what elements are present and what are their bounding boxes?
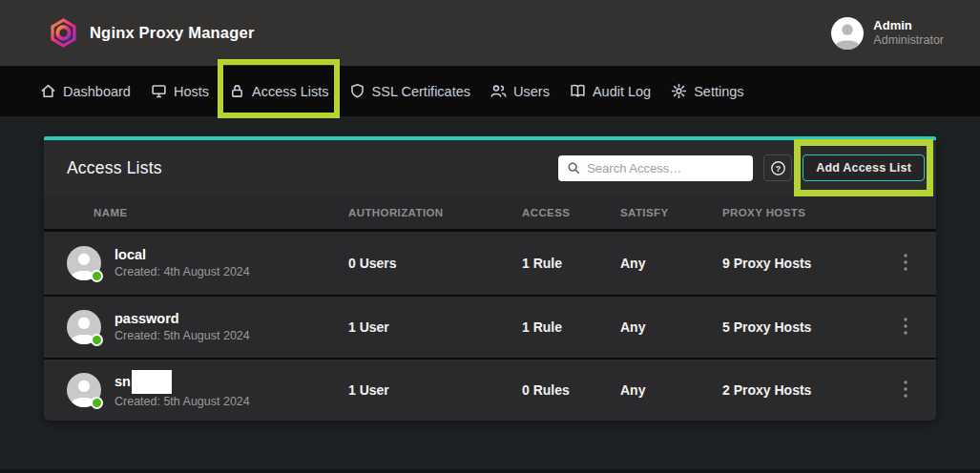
user-avatar [831, 17, 864, 50]
row-avatar [67, 310, 101, 344]
user-menu[interactable]: Admin Administrator [831, 17, 944, 50]
home-icon [40, 83, 56, 99]
access-lists-panel: Access Lists ? Add Access List [44, 136, 936, 421]
bottom-edge [0, 469, 980, 473]
nav-item-audit-log[interactable]: Audit Log [570, 83, 651, 99]
nav-label: Dashboard [63, 84, 131, 99]
status-online-dot [91, 270, 103, 282]
cell-satisfy: Any [620, 319, 722, 335]
question-circle-icon: ? [770, 160, 786, 176]
add-access-list-button[interactable]: Add Access List [803, 154, 925, 181]
row-avatar [67, 246, 101, 280]
row-avatar [67, 373, 101, 407]
cell-satisfy: Any [620, 382, 722, 398]
table-row[interactable]: password Created: 5th August 2024 1 User… [44, 295, 936, 358]
cell-proxy-hosts: 5 Proxy Hosts [722, 319, 875, 335]
book-icon [570, 83, 586, 99]
access-list-created: Created: 5th August 2024 [115, 394, 250, 410]
access-list-name: password [115, 310, 250, 328]
user-name: Admin [873, 18, 944, 33]
table-row[interactable]: local Created: 4th August 2024 0 Users 1… [44, 232, 936, 295]
cell-access: 1 Rule [522, 319, 620, 335]
main-nav: Dashboard Hosts Access Lists SSL Certifi… [0, 66, 980, 116]
nav-item-users[interactable]: Users [490, 83, 550, 99]
kebab-menu-icon [904, 380, 907, 398]
nav-label: Audit Log [593, 84, 651, 99]
svg-text:?: ? [775, 163, 781, 173]
monitor-icon [151, 83, 167, 99]
status-online-dot [91, 397, 103, 409]
shield-icon [349, 83, 365, 99]
nav-label: Hosts [174, 84, 209, 99]
nav-item-dashboard[interactable]: Dashboard [40, 83, 131, 99]
user-role: Administrator [873, 33, 944, 48]
cell-access: 1 Rule [522, 256, 620, 271]
nav-item-hosts[interactable]: Hosts [151, 83, 209, 99]
column-header-authorization: AUTHORIZATION [348, 207, 522, 218]
redaction-box [132, 370, 172, 394]
nav-label: SSL Certificates [372, 84, 470, 99]
cell-authorization: 0 Users [348, 256, 522, 271]
access-list-created: Created: 5th August 2024 [115, 328, 250, 344]
cell-proxy-hosts: 9 Proxy Hosts [722, 256, 875, 271]
kebab-menu-icon [904, 254, 907, 271]
top-header: Nginx Proxy Manager Admin Administrator [0, 0, 980, 66]
status-online-dot [91, 334, 103, 346]
app-logo [50, 17, 77, 49]
lock-icon [229, 83, 245, 99]
nav-item-ssl-certificates[interactable]: SSL Certificates [349, 83, 470, 99]
search-icon [567, 161, 580, 175]
column-header-satisfy: SATISFY [620, 207, 722, 218]
column-header-access: ACCESS [522, 207, 620, 218]
access-list-created: Created: 4th August 2024 [115, 264, 250, 280]
users-icon [490, 83, 507, 99]
search-box [558, 155, 753, 181]
nav-item-settings[interactable]: Settings [671, 83, 743, 99]
cell-access: 0 Rules [522, 382, 620, 398]
table-header: NAME AUTHORIZATION ACCESS SATISFY PROXY … [44, 195, 936, 232]
row-menu-button[interactable] [896, 377, 915, 404]
cell-satisfy: Any [620, 256, 722, 271]
nav-item-access-lists[interactable]: Access Lists [229, 83, 329, 99]
row-menu-button[interactable] [896, 314, 915, 341]
panel-header: Access Lists ? Add Access List [44, 140, 936, 195]
cell-authorization: 1 User [348, 319, 522, 335]
row-menu-button[interactable] [896, 250, 915, 278]
app-window: Nginx Proxy Manager Admin Administrator … [0, 0, 980, 473]
kebab-menu-icon [904, 318, 907, 335]
help-button[interactable]: ? [763, 154, 792, 181]
panel-title: Access Lists [67, 158, 162, 178]
cell-authorization: 1 User [348, 382, 522, 398]
column-header-proxy-hosts: PROXY HOSTS [722, 207, 875, 218]
nav-label: Settings [694, 84, 743, 99]
access-list-name: local [115, 246, 250, 264]
search-input[interactable] [587, 161, 744, 175]
nav-label: Users [513, 84, 550, 99]
app-title: Nginx Proxy Manager [90, 24, 255, 42]
access-list-name: sn [115, 370, 250, 394]
column-header-name: NAME [67, 207, 348, 218]
cell-proxy-hosts: 2 Proxy Hosts [722, 382, 875, 398]
table-row[interactable]: sn Created: 5th August 2024 1 User 0 Rul… [44, 358, 936, 421]
nav-label: Access Lists [252, 84, 329, 99]
gear-icon [671, 83, 687, 99]
